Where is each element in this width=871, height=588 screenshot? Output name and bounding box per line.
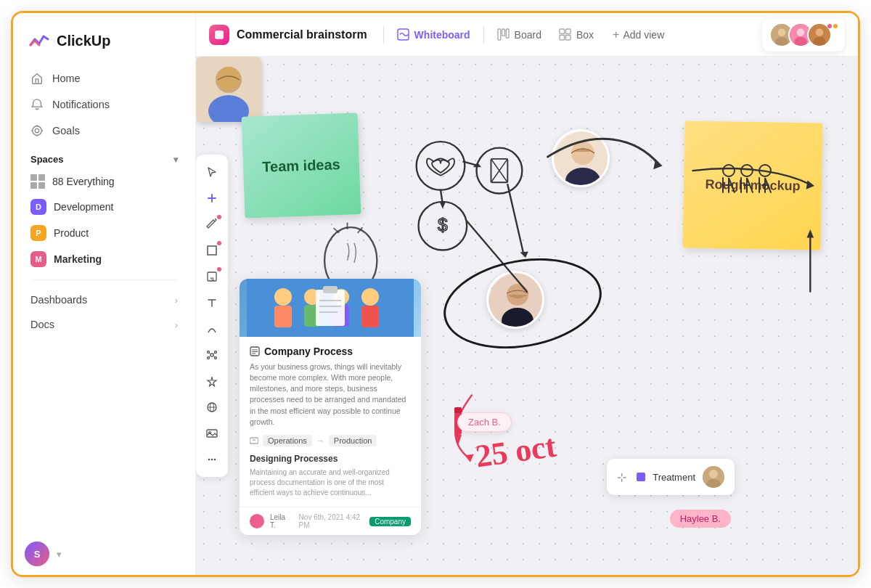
svg-rect-12 [560,35,565,40]
user-status-dot-2 [833,24,838,28]
svg-point-67 [759,165,771,176]
svg-point-1 [35,128,38,132]
svg-rect-45 [491,159,507,182]
image-tool[interactable] [200,422,224,445]
rect-tool[interactable] [200,239,224,262]
sticky-dot [217,267,221,271]
doc-icon [250,346,260,356]
pen-dot [217,215,221,219]
people-figures-svg [714,162,780,205]
more-icon [206,454,218,465]
globe-tool[interactable] [200,396,224,419]
user-dropdown-arrow: ▾ [57,549,62,560]
box-tab-icon [559,28,571,41]
person-man-svg [196,57,261,122]
main-content: Commercial brainstorm Whiteboard Board [196,13,858,575]
marketing-label: Marketing [54,253,102,265]
breadcrumb-title: Commercial brainstorm [237,28,367,41]
user-avatar: S [25,542,49,566]
sidebar-item-home[interactable]: Home [22,65,187,91]
development-dot: D [30,199,46,215]
svg-rect-11 [565,29,571,34]
text-icon [206,297,218,309]
sticky-icon [206,271,218,282]
box-tab-label: Box [576,29,594,41]
treatment-card[interactable]: ⊹ Treatment [607,459,735,495]
svg-point-15 [778,28,786,36]
sidebar-item-marketing[interactable]: M Marketing [22,246,187,272]
person-woman-mid-svg [488,273,544,329]
marketing-dot: M [30,251,46,267]
whiteboard-canvas[interactable]: $ [196,57,858,575]
document-card[interactable]: Company Process As your business grows, … [240,279,421,535]
development-label: Development [54,201,114,213]
sticky-green-text: Team ideas [262,156,340,176]
docs-chevron: › [175,319,178,330]
network-icon [206,349,218,361]
notifications-label: Notifications [52,99,110,110]
tab-box[interactable]: Box [550,24,602,45]
doc-banner-illustration [247,279,414,337]
person-woman-top-svg [554,131,610,187]
sparkle-tool[interactable] [200,369,224,393]
person-photo-woman-mid [486,271,544,329]
sidebar-item-notifications[interactable]: Notifications [22,91,187,118]
svg-rect-7 [498,29,501,40]
svg-marker-54 [465,454,473,462]
sidebar-item-docs[interactable]: Docs › [22,312,187,337]
doc-card-footer: Leila T. Nov 6th, 2021 4:42 PM Company [240,507,421,535]
pen-icon [206,219,218,230]
person-photo-woman-top [552,129,610,187]
svg-marker-51 [653,159,662,169]
sticky-tool[interactable] [200,265,224,288]
whiteboard-tab-label: Whiteboard [414,29,470,41]
svg-marker-49 [440,203,446,209]
user-status-dot [827,24,832,28]
footer-avatar [250,514,264,528]
board-tab-icon [497,28,510,41]
svg-line-33 [213,356,215,357]
svg-point-46 [419,202,467,250]
tab-board[interactable]: Board [488,24,550,45]
sidebar-item-goals[interactable]: Goals [22,118,187,144]
cursor-icon [206,166,218,178]
svg-line-30 [209,353,210,354]
pen-tool[interactable] [200,213,224,236]
globe-icon [206,401,218,413]
svg-point-60 [571,142,594,165]
spaces-section-header[interactable]: Spaces ▾ [22,144,187,169]
doc-description: As your business grows, things will inev… [250,362,411,428]
add-view-button[interactable]: + Add view [605,24,671,46]
home-icon [30,72,44,85]
sidebar-item-development[interactable]: D Development [22,194,187,220]
network-tool[interactable] [200,343,224,367]
sidebar-item-everything[interactable]: 88 Everything [22,169,187,194]
svg-point-5 [217,33,221,37]
sidebar-item-product[interactable]: P Product [22,220,187,246]
footer-name: Leila T. [270,513,290,529]
flow-icon [250,436,258,445]
whiteboard-tab-icon [397,28,409,41]
cursor-tool[interactable] [200,160,224,184]
svg-rect-70 [274,306,292,327]
product-dot: P [30,225,46,241]
svg-rect-90 [454,407,462,413]
user-avatar-area[interactable]: S ▾ [13,533,195,575]
sticky-note-green[interactable]: Team ideas [242,113,361,218]
more-tool[interactable] [200,448,224,471]
svg-rect-8 [502,29,504,36]
docs-label: Docs [30,319,54,330]
add-tool[interactable] [200,187,224,210]
breadcrumb-icon [209,25,229,45]
svg-line-32 [209,356,210,357]
svg-rect-76 [361,306,379,327]
tab-whiteboard[interactable]: Whiteboard [388,24,479,45]
footer-badge: Company [369,517,411,526]
flow-from: Operations [263,435,312,446]
sidebar-item-dashboards[interactable]: Dashboards › [22,287,187,312]
app-name: ClickUp [57,33,110,49]
text-tool[interactable] [200,291,224,314]
connector-tool[interactable] [200,317,224,340]
svg-rect-10 [560,29,565,34]
dashboards-label: Dashboards [30,294,87,306]
